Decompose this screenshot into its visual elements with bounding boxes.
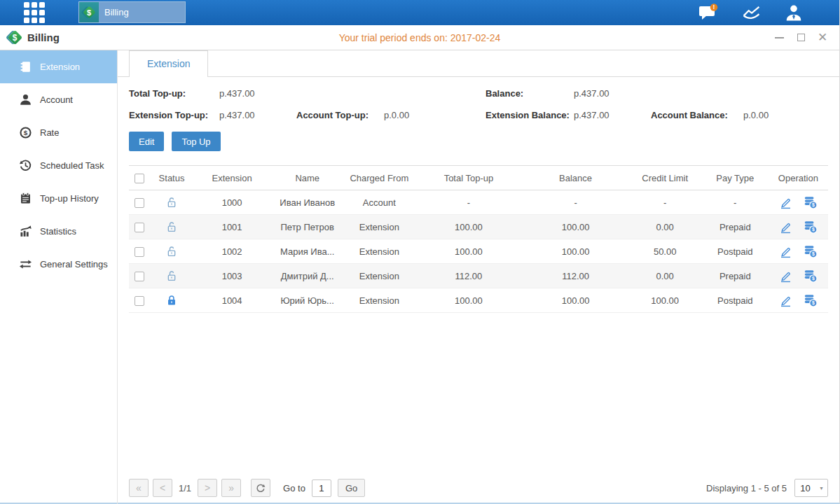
charged-from-cell: Extension	[344, 288, 414, 313]
table-row: 1002Мария Ива...Extension100.00100.0050.…	[129, 239, 828, 264]
credit-limit-cell: -	[628, 190, 702, 215]
edit-extension-icon[interactable]	[779, 220, 792, 234]
pay-type-cell: Prepaid	[702, 215, 769, 239]
pay-type-cell: Postpaid	[702, 288, 769, 313]
refresh-icon	[256, 483, 266, 493]
topup-extension-icon[interactable]: $	[804, 244, 818, 258]
status-unlocked-icon	[150, 196, 193, 209]
table-row: 1004Юрий Юрь...Extension100.00100.00100.…	[129, 288, 828, 313]
user-icon[interactable]	[785, 4, 803, 21]
table-row: 1003Дмитрий Д...Extension112.00112.000.0…	[129, 264, 828, 288]
edit-extension-icon[interactable]	[779, 196, 792, 209]
extension-cell: 1004	[193, 288, 270, 313]
pay-type-cell: Postpaid	[702, 239, 769, 264]
page-indicator: 1/1	[179, 483, 191, 493]
credit-limit-cell: 0.00	[628, 264, 702, 288]
edit-extension-icon[interactable]	[779, 270, 792, 283]
charged-from-cell: Extension	[344, 215, 414, 239]
account-topup-value: p.0.00	[384, 110, 486, 120]
titlebar: $ Billing Your trial period ends on: 201…	[0, 25, 839, 50]
extension-table: StatusExtensionNameCharged FromTotal Top…	[129, 165, 828, 313]
credit-limit-cell: 100.00	[628, 288, 702, 313]
column-header-charged-from: Charged From	[344, 166, 414, 190]
row-checkbox[interactable]	[135, 296, 144, 306]
balance-cell: 100.00	[523, 215, 628, 239]
edit-extension-icon[interactable]	[779, 245, 792, 258]
first-page-button[interactable]: «	[129, 479, 149, 497]
sidebar-item-general-settings[interactable]: General Settings	[0, 248, 117, 281]
charged-from-cell: Account	[344, 190, 414, 215]
status-unlocked-icon	[150, 270, 193, 282]
row-checkbox[interactable]	[135, 198, 144, 208]
status-unlocked-icon	[150, 245, 193, 258]
close-button[interactable]: ✕	[817, 32, 828, 43]
topup-extension-icon[interactable]: $	[804, 269, 818, 283]
name-cell: Мария Ива...	[270, 239, 344, 264]
column-header-pay-type: Pay Type	[702, 166, 769, 190]
extension-cell: 1001	[193, 215, 270, 239]
goto-page-input[interactable]	[312, 479, 331, 497]
sidebar-item-extension[interactable]: Extension	[0, 50, 117, 83]
row-select-cell	[129, 288, 150, 313]
go-button[interactable]: Go	[338, 479, 365, 497]
sidebar-item-label: General Settings	[40, 259, 108, 270]
charged-from-cell: Extension	[344, 264, 414, 288]
select-all-checkbox[interactable]	[135, 174, 144, 183]
account-topup-label: Account Top-up:	[296, 110, 384, 120]
total-topup-value: p.437.00	[219, 88, 296, 99]
chart-icon[interactable]	[742, 4, 761, 21]
refresh-button[interactable]	[251, 479, 270, 497]
sidebar-item-account[interactable]: Account	[0, 83, 117, 116]
edit-extension-icon[interactable]	[779, 294, 792, 307]
chat-icon[interactable]: !	[698, 4, 718, 22]
stats-icon	[18, 225, 32, 238]
dollar-icon: $	[18, 126, 32, 139]
extension-cell: 1003	[193, 264, 270, 288]
sidebar-item-scheduled-task[interactable]: Scheduled Task	[0, 149, 117, 182]
svg-text:$: $	[812, 202, 815, 208]
name-cell: Дмитрий Д...	[270, 264, 344, 288]
topup-extension-icon[interactable]: $	[804, 220, 818, 234]
edit-button[interactable]: Edit	[129, 132, 164, 151]
summary-panel: Total Top-up: p.437.00 Balance: p.437.00…	[129, 88, 828, 120]
prev-page-button[interactable]: <	[153, 479, 172, 497]
row-select-cell	[129, 239, 150, 264]
topup-button[interactable]: Top Up	[172, 132, 220, 151]
last-page-button[interactable]: »	[221, 479, 241, 497]
next-page-button[interactable]: >	[198, 479, 217, 497]
topbar: $ Billing !	[0, 0, 839, 25]
pay-type-cell: Prepaid	[702, 264, 769, 288]
sidebar: ExtensionAccount$RateScheduled TaskTop-u…	[0, 50, 118, 504]
sidebar-item-rate[interactable]: $Rate	[0, 116, 117, 149]
extension-topup-value: p.437.00	[219, 110, 296, 120]
name-cell: Петр Петров	[270, 215, 344, 239]
row-checkbox[interactable]	[135, 272, 144, 281]
row-checkbox[interactable]	[135, 247, 144, 257]
tab-strip: Extension	[118, 50, 839, 77]
sidebar-item-label: Top-up History	[40, 193, 99, 204]
extension-balance-value: p.437.00	[574, 110, 651, 120]
person-icon	[18, 93, 32, 106]
taskbar-tab-billing[interactable]: $ Billing	[78, 1, 186, 23]
credit-limit-cell: 50.00	[628, 239, 702, 264]
balance-value: p.437.00	[574, 88, 651, 99]
tab-extension[interactable]: Extension	[129, 50, 208, 77]
extension-cell: 1002	[193, 239, 270, 264]
goto-label: Go to	[283, 483, 305, 493]
extension-balance-label: Extension Balance:	[486, 110, 574, 120]
sidebar-item-top-up-history[interactable]: Top-up History	[0, 182, 117, 215]
svg-text:$: $	[812, 227, 815, 232]
app-grid-icon[interactable]	[24, 2, 45, 23]
page-size-select[interactable]: 10 ▼	[794, 479, 828, 497]
minimize-button[interactable]	[773, 32, 785, 43]
dropdown-arrow-icon: ▼	[815, 479, 827, 496]
topup-extension-icon[interactable]: $	[804, 195, 818, 209]
name-cell: Юрий Юрь...	[270, 288, 344, 313]
topup-extension-icon[interactable]: $	[804, 293, 818, 307]
svg-text:$: $	[812, 251, 815, 257]
maximize-button[interactable]	[795, 32, 806, 43]
sidebar-item-statistics[interactable]: Statistics	[0, 215, 117, 248]
column-header-status: Status	[150, 166, 193, 190]
total-topup-cell: 100.00	[414, 239, 523, 264]
row-checkbox[interactable]	[135, 223, 144, 232]
